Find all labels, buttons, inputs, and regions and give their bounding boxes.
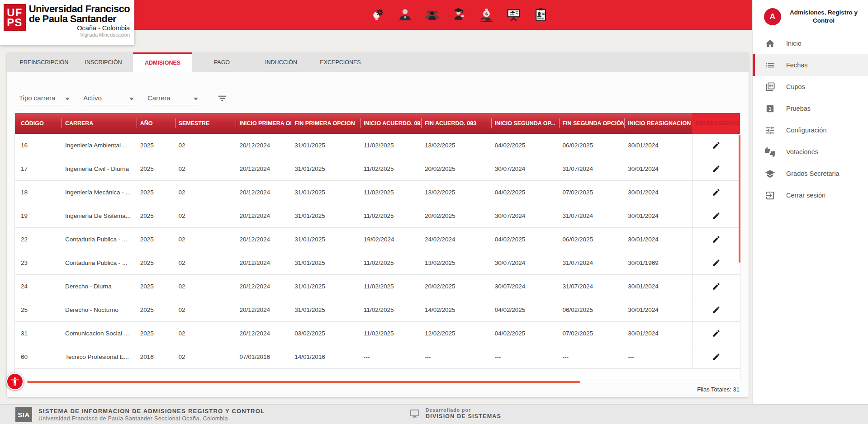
sidebar-item-configuracion[interactable]: Configuración xyxy=(753,119,868,141)
edit-pencil-icon[interactable] xyxy=(710,186,723,199)
column-header-inicio-segunda-op: INICIO SEGUNDA OP... xyxy=(491,113,559,134)
table-cell: 02 xyxy=(175,181,236,204)
filter-list-icon[interactable] xyxy=(217,93,228,105)
tab-induccion[interactable]: INDUCCIÓN xyxy=(251,52,311,72)
filter-dropdown-tipo-carrera[interactable]: Tipo carrera xyxy=(19,94,70,105)
tab-excepciones[interactable]: EXCEPCIONES xyxy=(311,52,370,72)
table-cell: --- xyxy=(491,345,559,368)
column-header-inicio-acuerdo-093: INICIO ACUERDO. 093 xyxy=(360,113,421,134)
idea-gear-icon[interactable] xyxy=(370,7,385,22)
monitor-icon xyxy=(409,408,420,419)
footer-system-title: SISTEMA DE INFORMACION DE ADMISIONES REG… xyxy=(38,408,265,415)
tab-pago[interactable]: PAGO xyxy=(192,52,251,72)
graduate-icon[interactable] xyxy=(451,7,467,22)
vertical-scrollbar[interactable] xyxy=(739,135,740,263)
presentation-icon[interactable] xyxy=(506,7,521,22)
chevron-down-icon xyxy=(65,94,70,102)
tab-bar: PREINSCRIPCIÓNINSCRIPCIÓNADMISIONESPAGOI… xyxy=(7,52,749,72)
table-cell: 03/02/2025 xyxy=(291,322,360,345)
table-cell: 31/01/2025 xyxy=(291,181,360,204)
sidebar-item-pruebas[interactable]: 1Pruebas xyxy=(753,98,868,119)
table-cell: 20/12/2024 xyxy=(236,275,291,298)
filter-dropdown-carrera[interactable]: Carrera xyxy=(147,94,198,105)
group-icon[interactable] xyxy=(424,7,440,22)
table-cell: 31 xyxy=(15,322,62,345)
table-cell: Contaduria Publica - ... xyxy=(62,228,137,251)
admissions-dates-table: CÓDIGOCARRERAAÑOSEMESTREINICIO PRIMERA O… xyxy=(14,113,740,381)
sidebar-item-label: Cerrar sesión xyxy=(786,192,825,199)
table-cell: Ingeniería Ambiental ... xyxy=(62,134,137,157)
table-cell: Contaduria Publica - ... xyxy=(62,251,137,274)
sidebar-menu: InicioFechas9+Cupos1PruebasConfiguración… xyxy=(753,33,868,206)
svg-text:$: $ xyxy=(485,11,488,16)
table-cell: 04/02/2025 xyxy=(491,298,559,321)
chevron-down-icon xyxy=(194,94,198,102)
table-row: 18Ingeniería Mecánica - ...20250220/12/2… xyxy=(15,181,740,204)
horizontal-scrollbar[interactable] xyxy=(27,381,580,383)
edit-pencil-icon[interactable] xyxy=(710,327,723,340)
column-header-semestre: SEMESTRE xyxy=(175,113,236,134)
table-cell: --- xyxy=(624,345,692,368)
filter-dropdown-activo[interactable]: Activo xyxy=(83,94,134,105)
table-cell: 02 xyxy=(175,228,236,251)
table-cell: 30/07/2024 xyxy=(491,251,559,274)
accessibility-icon xyxy=(10,377,20,386)
table-cell: 31/01/2025 xyxy=(291,134,360,157)
edit-pencil-icon[interactable] xyxy=(710,350,723,364)
edit-pencil-icon[interactable] xyxy=(710,233,723,246)
finance-icon[interactable]: $ xyxy=(479,7,494,22)
tune-icon xyxy=(764,125,775,136)
sidebar-item-grados-secretaria[interactable]: Grados Secretaria xyxy=(753,163,868,184)
university-note: Vigilada Mineducación xyxy=(29,32,130,38)
table-cell: 11/02/2025 xyxy=(360,204,421,227)
table-row: 24Derecho - Diurna20250220/12/202431/01/… xyxy=(15,275,740,298)
home-icon xyxy=(764,38,775,49)
table-cell: Ingeniería Civil - Diurna xyxy=(62,157,137,180)
edit-pencil-icon[interactable] xyxy=(710,139,723,152)
table-cell: --- xyxy=(360,345,421,368)
tab-preinscripcion[interactable]: PREINSCRIPCIÓN xyxy=(14,52,74,72)
table-cell: 11/02/2025 xyxy=(360,181,421,204)
sidebar-item-cupos[interactable]: 9+Cupos xyxy=(753,76,868,98)
table-cell: 20/02/2025 xyxy=(421,275,491,298)
edit-pencil-icon[interactable] xyxy=(710,303,723,317)
table-cell: Derecho - Nocturno xyxy=(62,298,137,321)
sidebar-item-votaciones[interactable]: Votaciones xyxy=(753,141,868,163)
developed-by-label: Desarrollado por xyxy=(426,407,501,413)
table-cell: Derecho - Diurna xyxy=(62,275,137,298)
table-cell: 2025 xyxy=(137,228,175,251)
table-cell: 20/12/2024 xyxy=(236,181,291,204)
column-header-fin-primera-opcion: FIN PRIMERA OPCION xyxy=(291,113,360,134)
sidebar-item-label: Votaciones xyxy=(786,148,818,155)
university-name-line2: de Paula Santander xyxy=(29,14,130,24)
sidebar-item-inicio[interactable]: Inicio xyxy=(753,33,868,54)
rows-total-label: Filas Totales: 31 xyxy=(697,386,740,393)
row-actions-cell xyxy=(692,181,740,204)
developer-name: DIVISION DE SISTEMAS xyxy=(426,413,501,419)
table-cell: 11/02/2025 xyxy=(360,157,421,180)
registration-icon[interactable] xyxy=(533,7,548,22)
sidebar-item-label: Pruebas xyxy=(786,105,811,112)
sidebar-item-fechas[interactable]: Fechas xyxy=(753,54,868,76)
sidebar-header: A Admisiones, Registro y Control xyxy=(753,0,868,33)
edit-pencil-icon[interactable] xyxy=(710,280,723,293)
table-cell: 02 xyxy=(175,157,236,180)
table-cell: 20/12/2024 xyxy=(236,251,291,274)
edit-pencil-icon[interactable] xyxy=(710,162,723,176)
dropdown-label: Carrera xyxy=(147,94,171,102)
tab-admisiones[interactable]: ADMISIONES xyxy=(133,52,192,72)
sidebar-item-cerrar-sesion[interactable]: Cerrar sesión xyxy=(753,184,868,206)
tab-inscripcion[interactable]: INSCRIPCIÓN xyxy=(74,52,133,72)
table-cell: 20/12/2024 xyxy=(236,134,291,157)
row-actions-cell xyxy=(692,157,740,180)
table-cell: 31/01/2025 xyxy=(291,298,360,321)
table-cell: --- xyxy=(559,345,625,368)
table-cell: --- xyxy=(421,345,491,368)
sia-logo: SIA xyxy=(15,407,32,422)
table-cell: Tecnico Profesional E... xyxy=(62,345,137,368)
accessibility-button[interactable] xyxy=(6,373,24,390)
svg-text:1: 1 xyxy=(768,106,771,111)
user-icon[interactable] xyxy=(397,7,413,22)
edit-pencil-icon[interactable] xyxy=(710,209,723,223)
edit-pencil-icon[interactable] xyxy=(710,256,723,270)
